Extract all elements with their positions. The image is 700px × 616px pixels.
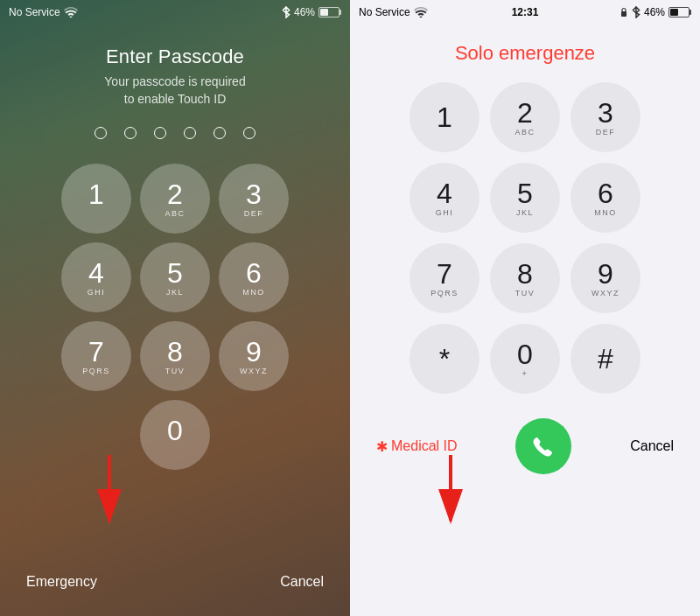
svg-point-3 [419, 17, 422, 18]
dot-3 [154, 127, 166, 139]
cancel-button-right[interactable]: Cancel [630, 438, 674, 454]
bluetooth-icon-left [282, 6, 290, 18]
no-service-right: No Service [359, 6, 410, 18]
key-8-left[interactable]: 8 TUV [140, 321, 210, 391]
key-2-left[interactable]: 2 ABC [140, 164, 210, 234]
ekey-1[interactable]: 1 [410, 82, 480, 152]
key-0-left[interactable]: 0 [140, 400, 210, 470]
ekey-6[interactable]: 6 MNO [570, 163, 640, 233]
battery-percent-left: 46% [294, 6, 315, 18]
battery-icon-right [668, 7, 691, 18]
lock-bottom: Emergency Cancel [0, 574, 350, 590]
battery-percent-right: 46% [644, 6, 665, 18]
phone-icon [531, 434, 556, 458]
passcode-title: Enter Passcode [106, 46, 244, 68]
arrow-to-medical-id [420, 446, 481, 537]
status-right-group-right: 46% [620, 6, 691, 18]
dot-6 [243, 127, 256, 139]
wifi-icon-right [414, 7, 428, 18]
dot-4 [184, 127, 196, 139]
red-arrow-left [79, 446, 140, 534]
dot-2 [124, 127, 136, 139]
emergency-button[interactable]: Emergency [26, 574, 97, 590]
ekey-star[interactable]: * [410, 324, 480, 394]
status-bar-left: No Service 46% [0, 0, 350, 24]
status-right-group-left: 46% [282, 6, 341, 18]
passcode-dots [94, 127, 256, 139]
time-display: 12:31 [512, 6, 539, 18]
key-empty2-left [219, 400, 289, 470]
key-4-left[interactable]: 4 GHI [61, 242, 131, 312]
svg-rect-4 [621, 11, 626, 17]
wifi-icon-left [64, 7, 78, 18]
key-6-left[interactable]: 6 MNO [219, 242, 289, 312]
status-bar-right: No Service 12:31 46% [350, 0, 700, 24]
lock-icon-right [620, 7, 628, 18]
call-button[interactable] [515, 418, 571, 474]
left-panel: No Service 46% [0, 0, 350, 616]
lock-content: Enter Passcode Your passcode is required… [0, 24, 350, 574]
ekey-4[interactable]: 4 GHI [410, 163, 480, 233]
key-5-left[interactable]: 5 JKL [140, 242, 210, 312]
dot-5 [214, 127, 226, 139]
key-3-left[interactable]: 3 DEF [219, 164, 289, 234]
key-1-left[interactable]: 1 [61, 164, 131, 234]
no-service-left: No Service [9, 6, 60, 18]
dot-1 [94, 127, 107, 139]
key-7-left[interactable]: 7 PQRS [61, 321, 131, 391]
asterisk-icon: ✱ [376, 438, 388, 455]
touch-id-subtitle: Your passcode is required to enable Touc… [104, 74, 245, 108]
battery-icon-left [318, 7, 341, 18]
red-arrow-right [420, 446, 481, 534]
ekey-5[interactable]: 5 JKL [490, 163, 560, 233]
svg-point-0 [69, 17, 72, 18]
emergency-keypad: 1 2 ABC 3 DEF 4 GHI 5 JKL 6 MNO 7 PQRS 8… [410, 82, 640, 394]
bluetooth-icon-right [632, 6, 640, 18]
right-panel: No Service 12:31 46% [350, 0, 700, 616]
ekey-3[interactable]: 3 DEF [570, 82, 640, 152]
emergency-dialer-title: Solo emergenze [455, 42, 595, 65]
cancel-button-left[interactable]: Cancel [280, 574, 324, 590]
ekey-2[interactable]: 2 ABC [490, 82, 560, 152]
status-left-group-right: No Service [359, 6, 428, 18]
status-left-group: No Service [9, 6, 78, 18]
emergency-bottom: ✱ Medical ID Cancel [350, 418, 700, 474]
ekey-hash[interactable]: # [570, 324, 640, 394]
ekey-0[interactable]: 0 + [490, 324, 560, 394]
arrow-to-emergency [79, 446, 140, 537]
ekey-9[interactable]: 9 WXYZ [570, 243, 640, 313]
left-keypad: 1 2 ABC 3 DEF 4 GHI 5 JKL 6 MNO [61, 164, 289, 470]
ekey-7[interactable]: 7 PQRS [410, 243, 480, 313]
ekey-8[interactable]: 8 TUV [490, 243, 560, 313]
key-9-left[interactable]: 9 WXYZ [219, 321, 289, 391]
